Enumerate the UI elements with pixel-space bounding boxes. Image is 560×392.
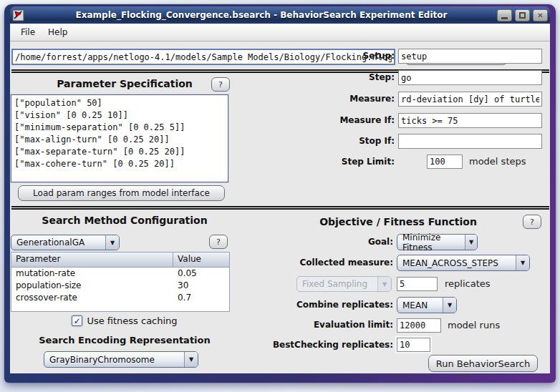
goal-dropdown[interactable]: Minimize Fitness ▼ [397,234,478,250]
table-header-row: Parameter Value [11,253,229,268]
step-input[interactable] [398,70,542,85]
measure-input[interactable] [398,92,542,107]
setup-input[interactable] [398,49,542,64]
fitness-caching-row: ✓ Use fitness caching [10,315,239,326]
goal-value: Minimize Fitness [402,232,465,253]
table-cell: 0.05 [173,268,229,280]
stop-if-input[interactable] [398,134,542,149]
measure-if-label: Measure If: [282,115,395,125]
table-header-parameter[interactable]: Parameter [11,253,173,267]
desktop: Example_Flocking_Convergence.bsearch - B… [0,0,560,392]
bestchecking-input[interactable] [397,338,430,352]
table-cell: crossover-rate [11,292,173,304]
combine-replicates-dropdown[interactable]: MEAN ▼ [397,297,457,313]
chevron-down-icon: ▼ [377,277,391,291]
table-header-value[interactable]: Value [173,253,229,267]
close-icon: ✕ [537,11,543,19]
maximize-button[interactable] [515,9,530,21]
objective-help-button[interactable]: ? [523,215,541,229]
load-param-ranges-button[interactable]: Load param ranges from model interface [18,185,225,201]
combine-replicates-value: MEAN [402,300,428,310]
menu-file[interactable]: File [14,25,42,39]
search-params-table: Parameter Value mutation-rate0.05populat… [11,252,230,312]
collected-measure-dropdown[interactable]: MEAN_ACROSS_STEPS ▼ [397,255,530,271]
table-cell: 30 [173,280,229,292]
combine-replicates-label: Combine replicates: [250,300,393,310]
close-button[interactable]: ✕ [533,9,548,21]
minimize-icon [501,17,508,19]
menu-help[interactable]: Help [42,25,74,39]
encoding-heading: Search Encoding Representation [10,335,239,346]
sampling-dropdown: Fixed Sampling ▼ [296,276,392,292]
app-window: Example_Flocking_Convergence.bsearch - B… [4,4,556,383]
minimize-button[interactable] [497,9,512,21]
collected-measure-value: MEAN_ACROSS_STEPS [402,258,498,268]
param-table-body: mutation-rate0.05population-size30crosso… [11,268,229,304]
sampling-value: Fixed Sampling [302,279,367,289]
param-spec-textarea[interactable]: ["population" 50] ["vision" [0 0.25 10]]… [11,94,228,182]
fitness-caching-checkbox[interactable]: ✓ [72,315,82,326]
table-cell: 0.7 [173,292,229,304]
fitness-caching-label[interactable]: Use fitness caching [87,315,177,326]
separator-middle [11,206,549,210]
step-label: Step: [282,72,395,82]
evaluation-limit-suffix: model runs [448,320,500,330]
goal-label: Goal: [250,237,393,247]
measure-if-input[interactable] [398,113,542,128]
encoding-dropdown[interactable]: GrayBinaryChromosome ▼ [44,351,198,368]
evaluation-limit-input[interactable] [397,318,441,333]
stop-if-label: Stop If: [282,136,395,146]
content: Browse for model... Parameter Specificat… [10,41,550,373]
window-title: Example_Flocking_Convergence.bsearch - B… [29,10,494,20]
table-cell: population-size [11,280,173,292]
step-limit-label: Step Limit: [282,157,395,167]
param-spec-help-button[interactable]: ? [211,77,230,92]
search-method-help-button[interactable]: ? [209,235,228,249]
chevron-down-icon: ▼ [516,255,529,270]
evaluation-limit-label: Evaluation limit: [250,320,393,330]
table-row[interactable]: mutation-rate0.05 [11,268,229,280]
chevron-down-icon: ▼ [184,352,198,367]
checkmark-icon: ✓ [74,316,81,326]
app-icon [12,9,24,21]
step-limit-suffix: model steps [469,156,526,167]
bestchecking-label: BestChecking replicates: [250,340,393,350]
param-spec-heading: Parameter Specification [10,78,239,89]
table-cell: mutation-rate [11,268,173,280]
menubar: File Help [10,24,550,41]
step-limit-input[interactable] [427,155,463,169]
chevron-down-icon: ▼ [443,298,456,313]
maximize-icon [519,12,526,19]
search-method-heading: Search Method Configuration [10,215,239,226]
encoding-value: GrayBinaryChromosome [49,355,155,365]
table-row[interactable]: population-size30 [11,280,229,292]
collected-measure-label: Collected measure: [250,258,393,268]
setup-label: Setup: [282,51,395,61]
search-algorithm-value: GenerationalGA [16,237,85,248]
objective-heading: Objective / Fitness Function [291,216,506,227]
search-algorithm-dropdown[interactable]: GenerationalGA ▼ [11,235,120,250]
run-behaviorsearch-button[interactable]: Run BehaviorSearch [428,355,538,372]
measure-label: Measure: [282,94,395,104]
param-spec-text: ["population" 50] ["vision" [0 0.25 10]]… [11,95,228,172]
replicates-input[interactable] [397,277,438,291]
replicates-suffix: replicates [445,278,491,289]
chevron-down-icon: ▼ [105,235,119,250]
titlebar[interactable]: Example_Flocking_Convergence.bsearch - B… [10,6,550,24]
table-row[interactable]: crossover-rate0.7 [11,292,229,304]
chevron-down-icon: ▼ [465,235,477,250]
